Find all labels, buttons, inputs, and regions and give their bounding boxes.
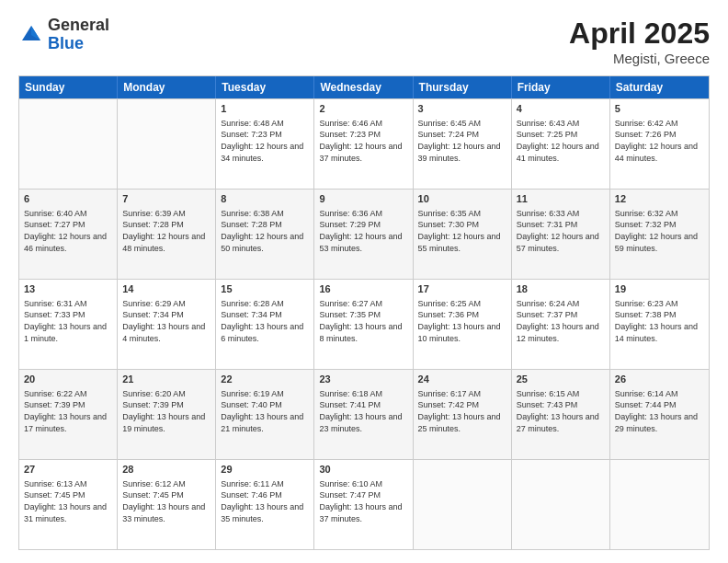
day-info: Sunrise: 6:38 AMSunset: 7:28 PMDaylight:… <box>221 208 309 254</box>
day-info: Sunrise: 6:18 AMSunset: 7:41 PMDaylight:… <box>319 388 407 434</box>
cal-cell: 4Sunrise: 6:43 AMSunset: 7:25 PMDaylight… <box>512 99 610 189</box>
cal-cell: 23Sunrise: 6:18 AMSunset: 7:41 PMDayligh… <box>314 370 413 459</box>
cal-cell: 16Sunrise: 6:27 AMSunset: 7:35 PMDayligh… <box>314 280 413 369</box>
day-number: 9 <box>319 192 407 206</box>
cal-cell: 10Sunrise: 6:35 AMSunset: 7:30 PMDayligh… <box>414 190 512 279</box>
cal-header-saturday: Saturday <box>610 76 709 98</box>
day-number: 28 <box>122 463 210 477</box>
cal-cell <box>118 99 216 189</box>
day-info: Sunrise: 6:36 AMSunset: 7:29 PMDaylight:… <box>319 208 407 254</box>
day-number: 15 <box>221 282 309 296</box>
cal-cell: 27Sunrise: 6:13 AMSunset: 7:45 PMDayligh… <box>19 460 118 549</box>
cal-header-tuesday: Tuesday <box>216 76 314 98</box>
day-info: Sunrise: 6:42 AMSunset: 7:26 PMDaylight:… <box>615 118 704 164</box>
logo-blue: Blue <box>48 34 84 52</box>
cal-row-1: 6Sunrise: 6:40 AMSunset: 7:27 PMDaylight… <box>19 189 709 279</box>
calendar-header-row: SundayMondayTuesdayWednesdayThursdayFrid… <box>19 76 709 98</box>
cal-cell: 5Sunrise: 6:42 AMSunset: 7:26 PMDaylight… <box>610 99 709 189</box>
cal-cell: 6Sunrise: 6:40 AMSunset: 7:27 PMDaylight… <box>19 190 118 279</box>
cal-cell: 24Sunrise: 6:17 AMSunset: 7:42 PMDayligh… <box>414 370 512 459</box>
day-number: 24 <box>418 373 506 386</box>
cal-cell <box>414 460 512 549</box>
cal-cell: 26Sunrise: 6:14 AMSunset: 7:44 PMDayligh… <box>610 370 709 459</box>
cal-cell: 29Sunrise: 6:11 AMSunset: 7:46 PMDayligh… <box>216 460 314 549</box>
day-info: Sunrise: 6:33 AMSunset: 7:31 PMDaylight:… <box>517 208 605 254</box>
day-info: Sunrise: 6:27 AMSunset: 7:35 PMDaylight:… <box>319 298 407 344</box>
day-number: 5 <box>615 102 704 116</box>
cal-row-3: 20Sunrise: 6:22 AMSunset: 7:39 PMDayligh… <box>19 369 709 459</box>
title-block: April 2025 Megisti, Greece <box>569 17 710 66</box>
day-info: Sunrise: 6:28 AMSunset: 7:34 PMDaylight:… <box>221 298 309 344</box>
cal-row-4: 27Sunrise: 6:13 AMSunset: 7:45 PMDayligh… <box>19 459 709 549</box>
day-number: 8 <box>221 192 309 206</box>
day-info: Sunrise: 6:46 AMSunset: 7:23 PMDaylight:… <box>319 118 407 164</box>
cal-cell: 13Sunrise: 6:31 AMSunset: 7:33 PMDayligh… <box>19 280 118 369</box>
day-info: Sunrise: 6:13 AMSunset: 7:45 PMDaylight:… <box>24 478 112 524</box>
day-number: 26 <box>615 373 704 386</box>
day-number: 30 <box>319 463 407 477</box>
day-info: Sunrise: 6:48 AMSunset: 7:23 PMDaylight:… <box>221 118 309 164</box>
cal-header-sunday: Sunday <box>19 76 118 98</box>
cal-header-wednesday: Wednesday <box>314 76 413 98</box>
logo-icon <box>18 22 44 48</box>
day-info: Sunrise: 6:25 AMSunset: 7:36 PMDaylight:… <box>418 298 506 344</box>
day-number: 3 <box>418 102 506 116</box>
cal-cell: 19Sunrise: 6:23 AMSunset: 7:38 PMDayligh… <box>610 280 709 369</box>
calendar: SundayMondayTuesdayWednesdayThursdayFrid… <box>18 75 710 550</box>
cal-cell: 7Sunrise: 6:39 AMSunset: 7:28 PMDaylight… <box>118 190 216 279</box>
day-number: 6 <box>24 192 112 206</box>
day-info: Sunrise: 6:29 AMSunset: 7:34 PMDaylight:… <box>122 298 210 344</box>
cal-cell: 25Sunrise: 6:15 AMSunset: 7:43 PMDayligh… <box>512 370 610 459</box>
day-info: Sunrise: 6:39 AMSunset: 7:28 PMDaylight:… <box>122 208 210 254</box>
day-number: 21 <box>122 373 210 386</box>
day-info: Sunrise: 6:11 AMSunset: 7:46 PMDaylight:… <box>221 478 309 524</box>
day-info: Sunrise: 6:43 AMSunset: 7:25 PMDaylight:… <box>517 118 605 164</box>
cal-cell <box>19 99 118 189</box>
day-info: Sunrise: 6:15 AMSunset: 7:43 PMDaylight:… <box>517 388 605 434</box>
day-number: 13 <box>24 282 112 296</box>
day-number: 12 <box>615 192 704 206</box>
day-info: Sunrise: 6:20 AMSunset: 7:39 PMDaylight:… <box>122 388 210 434</box>
cal-cell: 30Sunrise: 6:10 AMSunset: 7:47 PMDayligh… <box>314 460 413 549</box>
cal-row-0: 1Sunrise: 6:48 AMSunset: 7:23 PMDaylight… <box>19 98 709 189</box>
day-info: Sunrise: 6:35 AMSunset: 7:30 PMDaylight:… <box>418 208 506 254</box>
day-number: 18 <box>517 282 605 296</box>
day-number: 23 <box>319 373 407 386</box>
cal-header-friday: Friday <box>512 76 610 98</box>
logo-general: General <box>48 16 109 34</box>
cal-cell: 28Sunrise: 6:12 AMSunset: 7:45 PMDayligh… <box>118 460 216 549</box>
day-number: 29 <box>221 463 309 477</box>
day-number: 4 <box>517 102 605 116</box>
cal-cell: 8Sunrise: 6:38 AMSunset: 7:28 PMDaylight… <box>216 190 314 279</box>
cal-header-thursday: Thursday <box>414 76 512 98</box>
cal-cell: 22Sunrise: 6:19 AMSunset: 7:40 PMDayligh… <box>216 370 314 459</box>
logo: General Blue <box>18 17 109 53</box>
day-number: 27 <box>24 463 112 477</box>
cal-cell: 15Sunrise: 6:28 AMSunset: 7:34 PMDayligh… <box>216 280 314 369</box>
day-number: 20 <box>24 373 112 386</box>
day-info: Sunrise: 6:14 AMSunset: 7:44 PMDaylight:… <box>615 388 704 434</box>
day-number: 16 <box>319 282 407 296</box>
day-number: 2 <box>319 102 407 116</box>
cal-cell: 3Sunrise: 6:45 AMSunset: 7:24 PMDaylight… <box>414 99 512 189</box>
cal-cell: 2Sunrise: 6:46 AMSunset: 7:23 PMDaylight… <box>314 99 413 189</box>
day-info: Sunrise: 6:17 AMSunset: 7:42 PMDaylight:… <box>418 388 506 434</box>
day-number: 7 <box>122 192 210 206</box>
cal-cell: 17Sunrise: 6:25 AMSunset: 7:36 PMDayligh… <box>414 280 512 369</box>
cal-header-monday: Monday <box>118 76 216 98</box>
main-title: April 2025 <box>569 17 710 51</box>
subtitle: Megisti, Greece <box>569 51 710 66</box>
cal-cell: 20Sunrise: 6:22 AMSunset: 7:39 PMDayligh… <box>19 370 118 459</box>
day-info: Sunrise: 6:19 AMSunset: 7:40 PMDaylight:… <box>221 388 309 434</box>
day-info: Sunrise: 6:12 AMSunset: 7:45 PMDaylight:… <box>122 478 210 524</box>
day-number: 1 <box>221 102 309 116</box>
day-number: 17 <box>418 282 506 296</box>
cal-cell <box>512 460 610 549</box>
day-info: Sunrise: 6:22 AMSunset: 7:39 PMDaylight:… <box>24 388 112 434</box>
day-info: Sunrise: 6:23 AMSunset: 7:38 PMDaylight:… <box>615 298 704 344</box>
day-info: Sunrise: 6:40 AMSunset: 7:27 PMDaylight:… <box>24 208 112 254</box>
day-number: 10 <box>418 192 506 206</box>
day-info: Sunrise: 6:24 AMSunset: 7:37 PMDaylight:… <box>517 298 605 344</box>
day-number: 11 <box>517 192 605 206</box>
day-info: Sunrise: 6:32 AMSunset: 7:32 PMDaylight:… <box>615 208 704 254</box>
